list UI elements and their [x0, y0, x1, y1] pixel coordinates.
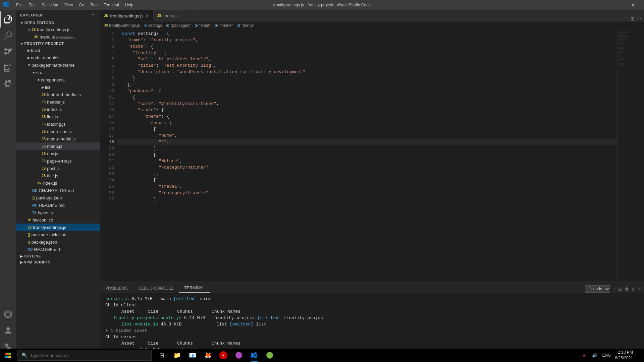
taskbar-search[interactable]: 🔍 [17, 350, 152, 361]
split-editor-icon[interactable]: ⊞ [631, 16, 635, 21]
taskbar-app-taskview[interactable]: ⊟ [154, 349, 169, 362]
src-index-label: index.js [42, 181, 57, 186]
project-section[interactable]: ▼ FRONTITY-PROJECT [16, 41, 100, 47]
loading-file[interactable]: JS loading.js [16, 120, 100, 128]
line-9: }, [117, 81, 617, 88]
breadcrumb-state[interactable]: ⊘ "state" [195, 23, 211, 28]
activity-extensions[interactable] [0, 76, 16, 92]
breadcrumb-file[interactable]: JS frontity.settings.js [104, 23, 140, 28]
line-1: const settings = { [117, 31, 617, 37]
breadcrumb-theme[interactable]: ⊘ "theme" [215, 23, 233, 28]
terminal-tab[interactable]: TERMINAL [179, 284, 210, 293]
close-button[interactable]: ✕ [625, 0, 641, 10]
volume-icon[interactable]: 🔊 [591, 352, 598, 359]
taskbar-app-vscode[interactable] [247, 349, 262, 362]
build-dir[interactable]: ▶ build [16, 47, 100, 54]
menu-selection[interactable]: Selection [39, 2, 61, 8]
post-file[interactable]: JS post.js [16, 165, 100, 172]
link-file[interactable]: JS link.js [16, 113, 100, 120]
components-dir[interactable]: ▼ components [16, 76, 100, 83]
term-frontity-size: 6.14 MiB [184, 315, 205, 321]
node-modules-dir[interactable]: ▶ node_modules [16, 54, 100, 61]
activity-explorer[interactable] [0, 11, 16, 27]
outline-section[interactable]: ▶ OUTLINE [16, 253, 100, 259]
breadcrumb-menu[interactable]: ⊘ "menu" [237, 23, 255, 28]
add-terminal-icon[interactable]: + [613, 287, 615, 292]
collapse-panel-icon[interactable]: ∧ [632, 287, 635, 292]
taskbar-app-red[interactable]: ● [216, 349, 231, 362]
package-lock-file[interactable]: {} package-lock.json [16, 231, 100, 238]
activity-source-control[interactable] [0, 44, 16, 60]
menu-help[interactable]: Help [122, 2, 136, 8]
npm-scripts-section[interactable]: ▶ NPM SCRIPTS [16, 259, 100, 265]
maximize-button[interactable]: □ [609, 0, 625, 10]
activity-account[interactable] [0, 322, 16, 339]
terminal-content[interactable]: server.js 8.15 MiB main [emitted] main C… [100, 293, 644, 355]
breadcrumb-settings[interactable]: ⊙ settings [144, 23, 162, 28]
minimize-button[interactable]: ─ [593, 0, 608, 10]
index-components-file[interactable]: JS index.js [16, 106, 100, 113]
open-editors-section[interactable]: ▼ OPEN EDITORS [16, 20, 100, 26]
tab-menu[interactable]: JS menu.js [153, 10, 194, 21]
activity-run[interactable] [0, 60, 16, 76]
changelog-file[interactable]: MD CHANGELOG.md [16, 187, 100, 194]
trash-terminal-icon[interactable]: 🗑 [625, 287, 629, 292]
open-editor-menu[interactable]: JS menu.js packages\... [16, 33, 100, 41]
breadcrumb-filename: frontity.settings.js [109, 23, 140, 28]
menu-modal-file[interactable]: JS menu-modal.js [16, 135, 100, 142]
tab-settings-close[interactable]: ✕ [146, 13, 149, 18]
code-editor[interactable]: 12345 678910 1112131415 1617181920 21222… [100, 29, 644, 281]
close-settings-icon[interactable]: ✕ [28, 28, 30, 32]
nav-file[interactable]: JS nav.js [16, 150, 100, 157]
start-button[interactable] [0, 349, 16, 362]
menu-icon-file[interactable]: JS menu-icon.js [16, 128, 100, 135]
js-file-icon-settings: JS [28, 226, 32, 229]
menu-file[interactable]: File [13, 2, 25, 8]
menu-file[interactable]: JS menu.js [16, 142, 100, 150]
frontity-settings-file[interactable]: JS frontity.settings.js [16, 224, 100, 231]
activity-search[interactable] [0, 27, 16, 44]
close-panel-icon[interactable]: ✕ [638, 287, 641, 292]
root-readme-file[interactable]: MD README.md [16, 246, 100, 253]
root-package-json-file[interactable]: {} package.json [16, 238, 100, 246]
taskbar-app-files[interactable]: 📁 [170, 349, 184, 362]
taskbar-app-browser[interactable]: 📧 [185, 349, 200, 362]
problems-tab[interactable]: PROBLEMS [100, 284, 133, 293]
split-terminal-icon[interactable]: ⊞ [618, 287, 622, 292]
featured-media-file[interactable]: JS featured-media.js [16, 91, 100, 98]
page-error-file[interactable]: JS page-error.js [16, 157, 100, 165]
menu-terminal[interactable]: Terminal [101, 2, 121, 8]
lang-icon[interactable]: ENG [601, 352, 612, 359]
sidebar-menu-icon[interactable]: ⋯ [92, 13, 96, 17]
js-file-icon: JS [42, 144, 46, 148]
title-file[interactable]: JS title.js [16, 172, 100, 179]
src-dir[interactable]: ▼ src [16, 69, 100, 76]
list-dir[interactable]: ▶ list [16, 83, 100, 91]
breadcrumb-packages[interactable]: ⊘ "packages" [166, 23, 191, 28]
open-editor-settings[interactable]: ✕ JS frontity.settings.js [16, 26, 100, 33]
taskbar-app-purple[interactable]: 🟣 [231, 349, 246, 362]
menu-edit[interactable]: Edit [26, 2, 38, 8]
debug-console-tab[interactable]: DEBUG CONSOLE [133, 284, 179, 293]
code-content[interactable]: const settings = { "name": "frontity-pro… [117, 29, 617, 281]
readme-file[interactable]: MD README.md [16, 201, 100, 209]
menu-run[interactable]: Run [88, 2, 100, 8]
menu-go[interactable]: Go [76, 2, 87, 8]
src-index-file[interactable]: JS index.js [16, 179, 100, 187]
packages-dir[interactable]: ▼ packages\mars-theme [16, 61, 100, 69]
terminal-select[interactable]: 1: node [585, 285, 610, 293]
favicon-file[interactable]: ★ favicon.ico [16, 216, 100, 224]
package-json-file[interactable]: {} package.json [16, 194, 100, 201]
clock[interactable]: 2:13 PM 8/25/2021 [615, 350, 633, 361]
taskbar-app-green[interactable]: 🟢 [262, 349, 277, 362]
header-file[interactable]: JS header.js [16, 98, 100, 106]
taskbar-search-input[interactable] [30, 353, 147, 358]
types-file[interactable]: TS types.ts [16, 209, 100, 216]
tab-frontity-settings[interactable]: JS frontity.settings.js ✕ [100, 10, 153, 21]
more-actions-icon[interactable]: ⋯ [637, 16, 641, 21]
taskbar-app-firefox[interactable]: 🦊 [201, 349, 215, 362]
network-icon[interactable]: 🔺 [580, 352, 588, 359]
show-desktop-icon[interactable] [636, 354, 640, 357]
activity-remote[interactable] [0, 306, 16, 322]
menu-view[interactable]: View [61, 2, 75, 8]
